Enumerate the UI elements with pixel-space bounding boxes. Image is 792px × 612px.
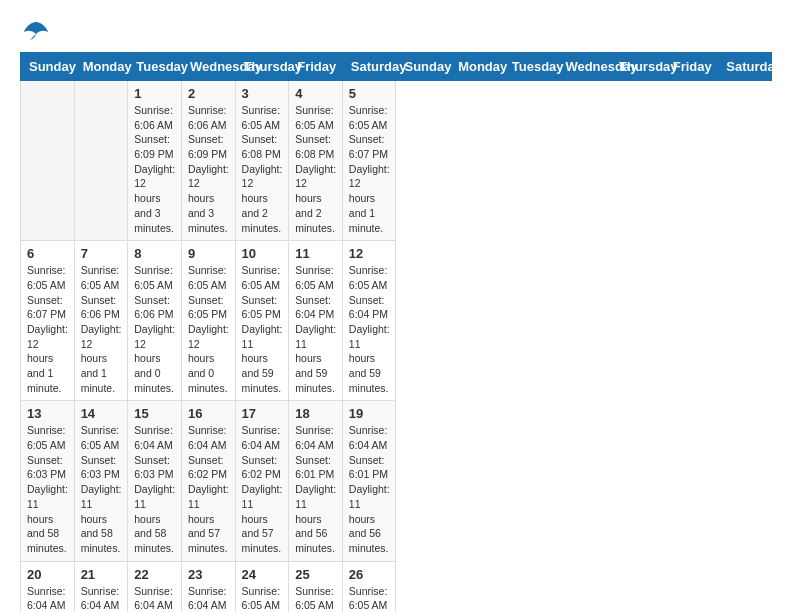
day-number: 25 <box>295 567 336 582</box>
calendar-week-3: 13Sunrise: 6:05 AM Sunset: 6:03 PM Dayli… <box>21 401 772 561</box>
day-header-tuesday: Tuesday <box>128 53 182 81</box>
calendar-week-4: 20Sunrise: 6:04 AM Sunset: 6:01 PM Dayli… <box>21 561 772 612</box>
day-number: 7 <box>81 246 122 261</box>
calendar-cell: 5Sunrise: 6:05 AM Sunset: 6:07 PM Daylig… <box>342 81 396 241</box>
day-info: Sunrise: 6:04 AM Sunset: 6:00 PM Dayligh… <box>188 584 229 612</box>
day-header-wednesday: Wednesday <box>557 53 611 81</box>
calendar-cell: 18Sunrise: 6:04 AM Sunset: 6:01 PM Dayli… <box>289 401 343 561</box>
calendar-cell: 1Sunrise: 6:06 AM Sunset: 6:09 PM Daylig… <box>128 81 182 241</box>
day-info: Sunrise: 6:04 AM Sunset: 6:01 PM Dayligh… <box>295 423 336 555</box>
calendar-cell: 2Sunrise: 6:06 AM Sunset: 6:09 PM Daylig… <box>181 81 235 241</box>
day-header-friday: Friday <box>289 53 343 81</box>
day-info: Sunrise: 6:04 AM Sunset: 6:00 PM Dayligh… <box>134 584 175 612</box>
day-header-thursday: Thursday <box>235 53 289 81</box>
calendar-cell: 21Sunrise: 6:04 AM Sunset: 6:00 PM Dayli… <box>74 561 128 612</box>
day-header-saturday: Saturday <box>342 53 396 81</box>
day-number: 1 <box>134 86 175 101</box>
day-info: Sunrise: 6:05 AM Sunset: 6:08 PM Dayligh… <box>242 103 283 235</box>
day-number: 3 <box>242 86 283 101</box>
day-info: Sunrise: 6:04 AM Sunset: 6:03 PM Dayligh… <box>134 423 175 555</box>
day-info: Sunrise: 6:06 AM Sunset: 6:09 PM Dayligh… <box>134 103 175 235</box>
calendar-cell: 3Sunrise: 6:05 AM Sunset: 6:08 PM Daylig… <box>235 81 289 241</box>
logo-bird-icon <box>22 20 50 42</box>
calendar-cell: 13Sunrise: 6:05 AM Sunset: 6:03 PM Dayli… <box>21 401 75 561</box>
day-number: 18 <box>295 406 336 421</box>
calendar-table: SundayMondayTuesdayWednesdayThursdayFrid… <box>20 52 772 612</box>
calendar-cell: 7Sunrise: 6:05 AM Sunset: 6:06 PM Daylig… <box>74 241 128 401</box>
calendar-cell: 26Sunrise: 6:05 AM Sunset: 5:59 PM Dayli… <box>342 561 396 612</box>
day-info: Sunrise: 6:04 AM Sunset: 6:02 PM Dayligh… <box>242 423 283 555</box>
day-header-saturday: Saturday <box>718 53 772 81</box>
calendar-cell: 17Sunrise: 6:04 AM Sunset: 6:02 PM Dayli… <box>235 401 289 561</box>
calendar-cell: 6Sunrise: 6:05 AM Sunset: 6:07 PM Daylig… <box>21 241 75 401</box>
day-number: 17 <box>242 406 283 421</box>
day-info: Sunrise: 6:05 AM Sunset: 5:59 PM Dayligh… <box>295 584 336 612</box>
calendar-cell: 25Sunrise: 6:05 AM Sunset: 5:59 PM Dayli… <box>289 561 343 612</box>
day-info: Sunrise: 6:05 AM Sunset: 6:04 PM Dayligh… <box>295 263 336 395</box>
calendar-cell: 15Sunrise: 6:04 AM Sunset: 6:03 PM Dayli… <box>128 401 182 561</box>
day-info: Sunrise: 6:05 AM Sunset: 6:05 PM Dayligh… <box>188 263 229 395</box>
day-info: Sunrise: 6:05 AM Sunset: 6:06 PM Dayligh… <box>81 263 122 395</box>
day-number: 8 <box>134 246 175 261</box>
day-number: 6 <box>27 246 68 261</box>
day-info: Sunrise: 6:05 AM Sunset: 6:07 PM Dayligh… <box>27 263 68 395</box>
page-header <box>20 20 772 42</box>
day-header-wednesday: Wednesday <box>181 53 235 81</box>
day-info: Sunrise: 6:05 AM Sunset: 5:59 PM Dayligh… <box>349 584 390 612</box>
day-header-sunday: Sunday <box>21 53 75 81</box>
calendar-cell: 4Sunrise: 6:05 AM Sunset: 6:08 PM Daylig… <box>289 81 343 241</box>
day-info: Sunrise: 6:04 AM Sunset: 6:02 PM Dayligh… <box>188 423 229 555</box>
day-number: 21 <box>81 567 122 582</box>
day-number: 23 <box>188 567 229 582</box>
day-info: Sunrise: 6:05 AM Sunset: 6:05 PM Dayligh… <box>242 263 283 395</box>
day-info: Sunrise: 6:05 AM Sunset: 6:04 PM Dayligh… <box>349 263 390 395</box>
day-info: Sunrise: 6:05 AM Sunset: 5:59 PM Dayligh… <box>242 584 283 612</box>
day-number: 12 <box>349 246 390 261</box>
day-number: 5 <box>349 86 390 101</box>
calendar-week-1: 1Sunrise: 6:06 AM Sunset: 6:09 PM Daylig… <box>21 81 772 241</box>
logo <box>20 20 50 42</box>
day-number: 10 <box>242 246 283 261</box>
day-number: 14 <box>81 406 122 421</box>
day-number: 2 <box>188 86 229 101</box>
day-header-monday: Monday <box>450 53 504 81</box>
day-number: 19 <box>349 406 390 421</box>
day-number: 4 <box>295 86 336 101</box>
day-header-thursday: Thursday <box>611 53 665 81</box>
day-header-friday: Friday <box>664 53 718 81</box>
calendar-cell: 9Sunrise: 6:05 AM Sunset: 6:05 PM Daylig… <box>181 241 235 401</box>
day-number: 26 <box>349 567 390 582</box>
day-header-monday: Monday <box>74 53 128 81</box>
calendar-cell: 11Sunrise: 6:05 AM Sunset: 6:04 PM Dayli… <box>289 241 343 401</box>
day-info: Sunrise: 6:05 AM Sunset: 6:03 PM Dayligh… <box>27 423 68 555</box>
day-number: 13 <box>27 406 68 421</box>
day-info: Sunrise: 6:05 AM Sunset: 6:06 PM Dayligh… <box>134 263 175 395</box>
day-number: 16 <box>188 406 229 421</box>
calendar-cell <box>74 81 128 241</box>
day-info: Sunrise: 6:04 AM Sunset: 6:00 PM Dayligh… <box>81 584 122 612</box>
day-header-tuesday: Tuesday <box>503 53 557 81</box>
day-number: 24 <box>242 567 283 582</box>
calendar-cell: 20Sunrise: 6:04 AM Sunset: 6:01 PM Dayli… <box>21 561 75 612</box>
calendar-cell: 24Sunrise: 6:05 AM Sunset: 5:59 PM Dayli… <box>235 561 289 612</box>
day-info: Sunrise: 6:06 AM Sunset: 6:09 PM Dayligh… <box>188 103 229 235</box>
day-header-sunday: Sunday <box>396 53 450 81</box>
calendar-cell: 19Sunrise: 6:04 AM Sunset: 6:01 PM Dayli… <box>342 401 396 561</box>
day-info: Sunrise: 6:04 AM Sunset: 6:01 PM Dayligh… <box>27 584 68 612</box>
day-number: 20 <box>27 567 68 582</box>
calendar-cell <box>21 81 75 241</box>
calendar-cell: 23Sunrise: 6:04 AM Sunset: 6:00 PM Dayli… <box>181 561 235 612</box>
calendar-header-row: SundayMondayTuesdayWednesdayThursdayFrid… <box>21 53 772 81</box>
day-number: 22 <box>134 567 175 582</box>
day-number: 15 <box>134 406 175 421</box>
calendar-cell: 14Sunrise: 6:05 AM Sunset: 6:03 PM Dayli… <box>74 401 128 561</box>
calendar-week-2: 6Sunrise: 6:05 AM Sunset: 6:07 PM Daylig… <box>21 241 772 401</box>
day-number: 9 <box>188 246 229 261</box>
day-info: Sunrise: 6:04 AM Sunset: 6:01 PM Dayligh… <box>349 423 390 555</box>
calendar-cell: 22Sunrise: 6:04 AM Sunset: 6:00 PM Dayli… <box>128 561 182 612</box>
day-info: Sunrise: 6:05 AM Sunset: 6:08 PM Dayligh… <box>295 103 336 235</box>
day-info: Sunrise: 6:05 AM Sunset: 6:03 PM Dayligh… <box>81 423 122 555</box>
day-info: Sunrise: 6:05 AM Sunset: 6:07 PM Dayligh… <box>349 103 390 235</box>
calendar-cell: 8Sunrise: 6:05 AM Sunset: 6:06 PM Daylig… <box>128 241 182 401</box>
calendar-cell: 16Sunrise: 6:04 AM Sunset: 6:02 PM Dayli… <box>181 401 235 561</box>
